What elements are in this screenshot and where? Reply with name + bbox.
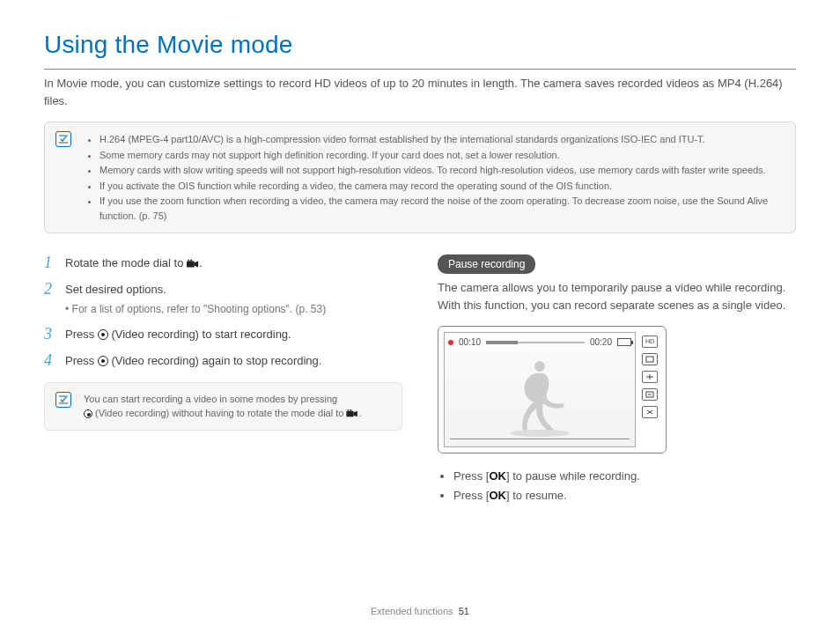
step-text: Set desired options. [65,283,166,296]
step-number: 4 [44,352,56,370]
note-item: H.264 (MPEG-4 part10/AVC) is a high-comp… [99,132,783,147]
tip-text: You can start recording a video in some … [84,394,337,404]
instr-text: ] to resume. [506,489,567,502]
note-item: If you use the zoom function when record… [99,194,783,223]
setting-icon [642,406,658,418]
lcd-preview: 00:10 00:20 HD [438,326,667,453]
dancer-silhouette-icon [491,354,588,438]
pause-text: The camera allows you to temporarily pau… [438,279,796,313]
lcd-screen: 00:10 00:20 [444,332,636,447]
intro-text: In Movie mode, you can customize setting… [44,75,796,109]
tip-text: (Video recording) without having to rota… [95,408,346,418]
right-column: Pause recording The camera allows you to… [438,254,796,505]
note-list: H.264 (MPEG-4 part10/AVC) is a high-comp… [99,132,783,223]
note-item: Memory cards with slow writing speeds wi… [99,163,783,178]
ok-button-label: OK [489,469,506,483]
movie-mode-icon [346,408,358,420]
instr-text: ] to pause while recording. [506,469,640,483]
step-subtext: For a list of options, refer to "Shootin… [65,301,402,317]
note-item: If you activate the OIS function while r… [99,179,783,194]
svg-point-4 [348,409,350,411]
instr-text: Press [ [453,469,489,483]
step-text: (Video recording) again to stop recordin… [108,354,322,367]
svg-point-1 [188,259,189,261]
note-item: Some memory cards may not support high d… [99,148,783,163]
page-footer: Extended functions 51 [0,604,840,619]
total-time: 00:20 [590,335,612,349]
step-2: 2 Set desired options. For a list of opt… [44,281,402,318]
tip-box: You can start recording a video in some … [44,382,402,431]
step-text: Rotate the mode dial to [65,256,187,269]
step-1: 1 Rotate the mode dial to . [44,254,402,272]
note-icon [55,131,71,147]
record-button-icon [98,329,108,340]
left-column: 1 Rotate the mode dial to . 2 Set desire… [44,254,402,505]
note-icon [55,392,71,408]
setting-icon [642,371,658,383]
title-rule [44,69,796,70]
page-number: 51 [459,606,469,616]
step-number: 3 [44,326,56,343]
svg-point-5 [350,409,352,411]
note-box: H.264 (MPEG-4 part10/AVC) is a high-comp… [44,122,796,233]
elapsed-time: 00:10 [459,335,481,349]
step-number: 1 [44,254,56,272]
footer-section: Extended functions [371,606,453,616]
rec-indicator-icon [448,340,453,345]
svg-rect-7 [646,357,653,362]
instruction-item: Press [OK] to pause while recording. [453,468,796,485]
svg-rect-3 [347,411,354,417]
step-3: 3 Press (Video recording) to start recor… [44,326,402,343]
step-text: Press [65,328,98,341]
pause-recording-badge: Pause recording [438,254,535,274]
movie-mode-icon [187,258,199,270]
svg-point-2 [190,259,192,261]
svg-rect-0 [187,261,195,267]
pause-instructions: Press [OK] to pause while recording. Pre… [453,468,796,504]
progress-bar [486,342,585,343]
lcd-side-icons: HD [639,332,660,447]
page-title: Using the Movie mode [44,26,796,63]
step-text: (Video recording) to start recording. [108,328,291,341]
step-text: . [199,256,203,269]
step-number: 2 [44,281,56,299]
tip-text: . [358,408,361,418]
step-text: Press [65,354,98,367]
instr-text: Press [ [453,489,489,502]
setting-icon [642,388,658,401]
step-4: 4 Press (Video recording) again to stop … [44,352,402,370]
svg-point-6 [510,430,570,437]
record-button-icon [84,409,92,418]
instruction-item: Press [OK] to resume. [453,487,796,505]
hd-icon: HD [642,335,658,348]
ground-line [450,439,630,439]
ok-button-label: OK [489,489,506,502]
battery-icon [617,338,631,346]
setting-icon [642,353,658,365]
record-button-icon [98,356,108,366]
